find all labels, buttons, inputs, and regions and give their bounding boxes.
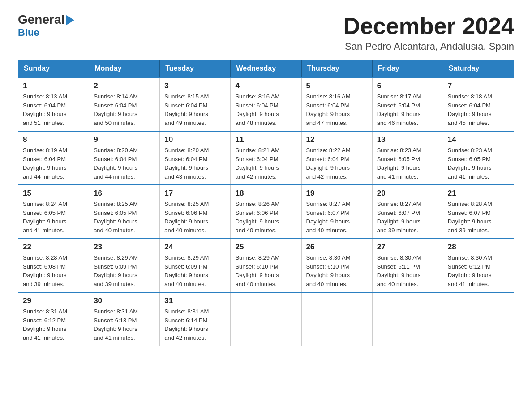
day-number: 29	[23, 296, 84, 305]
day-info: Sunrise: 8:20 AMSunset: 6:04 PMDaylight:…	[164, 146, 226, 181]
day-number: 7	[448, 81, 509, 90]
day-number: 12	[306, 135, 368, 144]
calendar-day-cell: 29Sunrise: 8:31 AMSunset: 6:12 PMDayligh…	[18, 292, 89, 346]
calendar-day-cell: 8Sunrise: 8:19 AMSunset: 6:04 PMDaylight…	[18, 131, 89, 185]
calendar-day-cell: 22Sunrise: 8:28 AMSunset: 6:08 PMDayligh…	[18, 239, 89, 292]
day-number: 31	[164, 296, 226, 305]
calendar-day-cell: 13Sunrise: 8:23 AMSunset: 6:05 PMDayligh…	[372, 131, 443, 185]
day-info: Sunrise: 8:25 AMSunset: 6:05 PMDaylight:…	[94, 200, 155, 235]
page-header: General Blue December 2024 San Pedro Alc…	[18, 13, 514, 52]
day-number: 1	[23, 81, 84, 90]
calendar-empty-cell	[372, 292, 443, 346]
day-number: 11	[235, 135, 296, 144]
day-number: 24	[164, 243, 226, 252]
page-title: December 2024	[343, 13, 514, 39]
day-info: Sunrise: 8:24 AMSunset: 6:05 PMDaylight:…	[23, 200, 84, 235]
svg-marker-0	[66, 15, 74, 25]
day-number: 9	[94, 135, 155, 144]
day-number: 10	[164, 135, 226, 144]
calendar-day-cell: 18Sunrise: 8:26 AMSunset: 6:06 PMDayligh…	[231, 185, 301, 239]
title-block: December 2024 San Pedro Alcantara, Andal…	[343, 13, 514, 52]
calendar-table: Sunday Monday Tuesday Wednesday Thursday…	[18, 60, 514, 346]
col-thursday: Thursday	[301, 60, 372, 78]
day-info: Sunrise: 8:20 AMSunset: 6:04 PMDaylight:…	[94, 146, 155, 181]
calendar-day-cell: 1Sunrise: 8:13 AMSunset: 6:04 PMDaylight…	[18, 77, 89, 131]
day-number: 13	[377, 135, 438, 144]
day-number: 22	[23, 243, 84, 252]
day-number: 28	[448, 243, 509, 252]
calendar-header-row: Sunday Monday Tuesday Wednesday Thursday…	[18, 60, 514, 78]
calendar-week-row-4: 22Sunrise: 8:28 AMSunset: 6:08 PMDayligh…	[18, 239, 514, 292]
day-info: Sunrise: 8:23 AMSunset: 6:05 PMDaylight:…	[448, 146, 509, 181]
day-info: Sunrise: 8:31 AMSunset: 6:12 PMDaylight:…	[23, 307, 84, 342]
calendar-day-cell: 12Sunrise: 8:22 AMSunset: 6:04 PMDayligh…	[301, 131, 372, 185]
day-number: 3	[164, 81, 226, 90]
day-number: 30	[94, 296, 155, 305]
day-info: Sunrise: 8:27 AMSunset: 6:07 PMDaylight:…	[377, 200, 438, 235]
day-number: 16	[94, 189, 155, 198]
calendar-day-cell: 15Sunrise: 8:24 AMSunset: 6:05 PMDayligh…	[18, 185, 89, 239]
day-number: 6	[377, 81, 438, 90]
day-info: Sunrise: 8:29 AMSunset: 6:09 PMDaylight:…	[164, 253, 226, 288]
calendar-day-cell: 11Sunrise: 8:21 AMSunset: 6:04 PMDayligh…	[231, 131, 301, 185]
col-sunday: Sunday	[18, 60, 89, 78]
calendar-day-cell: 9Sunrise: 8:20 AMSunset: 6:04 PMDaylight…	[89, 131, 160, 185]
day-number: 15	[23, 189, 84, 198]
day-info: Sunrise: 8:30 AMSunset: 6:10 PMDaylight:…	[306, 253, 368, 288]
day-number: 20	[377, 189, 438, 198]
day-info: Sunrise: 8:15 AMSunset: 6:04 PMDaylight:…	[164, 92, 226, 127]
day-number: 17	[164, 189, 226, 198]
calendar-week-row-3: 15Sunrise: 8:24 AMSunset: 6:05 PMDayligh…	[18, 185, 514, 239]
col-tuesday: Tuesday	[160, 60, 231, 78]
day-info: Sunrise: 8:17 AMSunset: 6:04 PMDaylight:…	[377, 92, 438, 127]
day-number: 27	[377, 243, 438, 252]
day-number: 23	[94, 243, 155, 252]
calendar-day-cell: 24Sunrise: 8:29 AMSunset: 6:09 PMDayligh…	[160, 239, 231, 292]
logo: General Blue	[18, 13, 75, 39]
calendar-day-cell: 5Sunrise: 8:16 AMSunset: 6:04 PMDaylight…	[301, 77, 372, 131]
day-info: Sunrise: 8:27 AMSunset: 6:07 PMDaylight:…	[306, 200, 368, 235]
day-info: Sunrise: 8:31 AMSunset: 6:14 PMDaylight:…	[164, 307, 226, 342]
calendar-week-row-2: 8Sunrise: 8:19 AMSunset: 6:04 PMDaylight…	[18, 131, 514, 185]
day-info: Sunrise: 8:13 AMSunset: 6:04 PMDaylight:…	[23, 92, 84, 127]
day-info: Sunrise: 8:29 AMSunset: 6:10 PMDaylight:…	[235, 253, 296, 288]
calendar-day-cell: 10Sunrise: 8:20 AMSunset: 6:04 PMDayligh…	[160, 131, 231, 185]
day-info: Sunrise: 8:16 AMSunset: 6:04 PMDaylight:…	[306, 92, 368, 127]
day-info: Sunrise: 8:22 AMSunset: 6:04 PMDaylight:…	[306, 146, 368, 181]
calendar-day-cell: 4Sunrise: 8:16 AMSunset: 6:04 PMDaylight…	[231, 77, 301, 131]
col-saturday: Saturday	[443, 60, 514, 78]
logo-general-text: General	[18, 13, 64, 26]
calendar-week-row-1: 1Sunrise: 8:13 AMSunset: 6:04 PMDaylight…	[18, 77, 514, 131]
day-info: Sunrise: 8:18 AMSunset: 6:04 PMDaylight:…	[448, 92, 509, 127]
day-info: Sunrise: 8:23 AMSunset: 6:05 PMDaylight:…	[377, 146, 438, 181]
col-wednesday: Wednesday	[231, 60, 301, 78]
col-monday: Monday	[89, 60, 160, 78]
day-info: Sunrise: 8:25 AMSunset: 6:06 PMDaylight:…	[164, 200, 226, 235]
day-number: 18	[235, 189, 296, 198]
calendar-empty-cell	[443, 292, 514, 346]
calendar-day-cell: 2Sunrise: 8:14 AMSunset: 6:04 PMDaylight…	[89, 77, 160, 131]
calendar-day-cell: 16Sunrise: 8:25 AMSunset: 6:05 PMDayligh…	[89, 185, 160, 239]
calendar-day-cell: 3Sunrise: 8:15 AMSunset: 6:04 PMDaylight…	[160, 77, 231, 131]
day-info: Sunrise: 8:28 AMSunset: 6:08 PMDaylight:…	[23, 253, 84, 288]
day-info: Sunrise: 8:14 AMSunset: 6:04 PMDaylight:…	[94, 92, 155, 127]
day-info: Sunrise: 8:29 AMSunset: 6:09 PMDaylight:…	[94, 253, 155, 288]
day-number: 26	[306, 243, 368, 252]
day-number: 8	[23, 135, 84, 144]
day-info: Sunrise: 8:31 AMSunset: 6:13 PMDaylight:…	[94, 307, 155, 342]
calendar-day-cell: 25Sunrise: 8:29 AMSunset: 6:10 PMDayligh…	[231, 239, 301, 292]
calendar-day-cell: 21Sunrise: 8:28 AMSunset: 6:07 PMDayligh…	[443, 185, 514, 239]
day-number: 4	[235, 81, 296, 90]
day-info: Sunrise: 8:21 AMSunset: 6:04 PMDaylight:…	[235, 146, 296, 181]
calendar-day-cell: 26Sunrise: 8:30 AMSunset: 6:10 PMDayligh…	[301, 239, 372, 292]
logo-blue-label: Blue	[18, 27, 39, 39]
day-info: Sunrise: 8:19 AMSunset: 6:04 PMDaylight:…	[23, 146, 84, 181]
calendar-week-row-5: 29Sunrise: 8:31 AMSunset: 6:12 PMDayligh…	[18, 292, 514, 346]
calendar-day-cell: 27Sunrise: 8:30 AMSunset: 6:11 PMDayligh…	[372, 239, 443, 292]
day-info: Sunrise: 8:16 AMSunset: 6:04 PMDaylight:…	[235, 92, 296, 127]
calendar-day-cell: 17Sunrise: 8:25 AMSunset: 6:06 PMDayligh…	[160, 185, 231, 239]
logo-triangle-icon	[65, 14, 75, 26]
calendar-day-cell: 31Sunrise: 8:31 AMSunset: 6:14 PMDayligh…	[160, 292, 231, 346]
day-number: 25	[235, 243, 296, 252]
day-number: 21	[448, 189, 509, 198]
